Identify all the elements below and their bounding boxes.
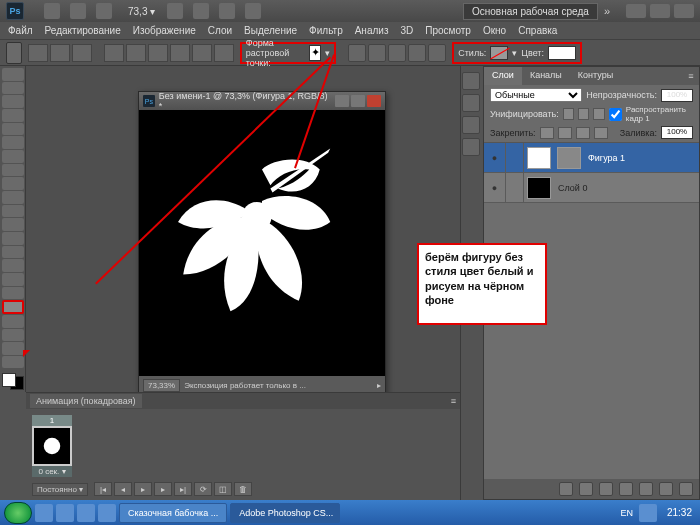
shape-custom[interactable] (214, 44, 234, 62)
titlebar-zoom[interactable]: 73,3 ▾ (128, 6, 155, 17)
unify-pos-icon[interactable] (563, 108, 574, 120)
type-tool[interactable] (2, 273, 24, 286)
heal-tool[interactable] (2, 150, 24, 163)
gradient-tool[interactable] (2, 218, 24, 231)
stamp-tool[interactable] (2, 177, 24, 190)
frame-thumbnail[interactable] (32, 426, 72, 466)
visibility-toggle[interactable] (484, 143, 506, 173)
shape-roundrect[interactable] (126, 44, 146, 62)
quicklaunch-desktop[interactable] (98, 504, 116, 522)
doc-zoom-field[interactable]: 73,33% (143, 379, 180, 392)
fill-field[interactable]: 100% (661, 126, 693, 139)
tween-button[interactable]: ⟳ (194, 482, 212, 496)
quicklaunch-chrome[interactable] (77, 504, 95, 522)
wand-tool[interactable] (2, 109, 24, 122)
start-button[interactable] (4, 502, 32, 524)
menu-layer[interactable]: Слои (208, 25, 232, 36)
shape-polygon[interactable] (170, 44, 190, 62)
arrange-icon[interactable] (245, 3, 261, 19)
frame-delay[interactable]: 0 сек. ▾ (32, 466, 72, 477)
shape-thumbnail[interactable] (309, 45, 321, 61)
menu-help[interactable]: Справка (518, 25, 557, 36)
shape-mode-paths[interactable] (50, 44, 70, 62)
menu-filter[interactable]: Фильтр (309, 25, 343, 36)
dodge-tool[interactable] (2, 246, 24, 259)
pathop-exclude[interactable] (428, 44, 446, 62)
lock-trans-icon[interactable] (540, 127, 554, 139)
document-titlebar[interactable]: Ps Без имени-1 @ 73,3% (Фигура 1, RGB/8)… (139, 92, 385, 110)
rotate-icon[interactable] (219, 3, 235, 19)
first-frame-button[interactable]: |◂ (94, 482, 112, 496)
style-dropdown-icon[interactable]: ▾ (512, 48, 517, 58)
shape-mode-layers[interactable] (28, 44, 48, 62)
pen-tool[interactable] (2, 259, 24, 272)
menu-select[interactable]: Выделение (244, 25, 297, 36)
maximize-button[interactable] (650, 4, 670, 18)
menu-view[interactable]: Просмотр (425, 25, 471, 36)
close-button[interactable] (674, 4, 694, 18)
fx-icon[interactable] (579, 482, 593, 496)
blend-mode-select[interactable]: Обычные (490, 88, 582, 102)
screen-icon[interactable] (96, 3, 112, 19)
adjust-icon[interactable] (619, 482, 633, 496)
tab-paths[interactable]: Контуры (570, 67, 621, 85)
unify-style-icon[interactable] (593, 108, 604, 120)
menu-analysis[interactable]: Анализ (355, 25, 389, 36)
layer-name[interactable]: Фигура 1 (588, 153, 625, 163)
tab-layers[interactable]: Слои (484, 67, 522, 85)
shape-line[interactable] (192, 44, 212, 62)
pathop-new[interactable] (348, 44, 366, 62)
shape-ellipse[interactable] (148, 44, 168, 62)
group-icon[interactable] (639, 482, 653, 496)
minimize-button[interactable] (626, 4, 646, 18)
menu-image[interactable]: Изображение (133, 25, 196, 36)
foreground-color[interactable] (2, 373, 16, 387)
color-swatch[interactable] (548, 46, 576, 60)
next-frame-button[interactable]: ▸ (154, 482, 172, 496)
tray-icon[interactable] (639, 504, 657, 522)
quicklaunch-opera[interactable] (56, 504, 74, 522)
eraser-tool[interactable] (2, 205, 24, 218)
link-icon[interactable] (559, 482, 573, 496)
loop-select[interactable]: Постоянно ▾ (32, 483, 88, 496)
path-select-tool[interactable] (2, 287, 24, 300)
quicklaunch-ie[interactable] (35, 504, 53, 522)
doc-minimize-button[interactable] (335, 95, 349, 107)
tab-channels[interactable]: Каналы (522, 67, 570, 85)
custom-shape-tool[interactable] (2, 300, 24, 314)
hand-icon[interactable] (167, 3, 183, 19)
trash-icon[interactable] (679, 482, 693, 496)
viewmode-icon[interactable] (70, 3, 86, 19)
opacity-field[interactable]: 100% (661, 89, 693, 102)
menu-edit[interactable]: Редактирование (45, 25, 121, 36)
delete-frame-button[interactable]: 🗑 (234, 482, 252, 496)
visibility-toggle[interactable] (484, 173, 506, 203)
zoom-tool[interactable] (2, 356, 24, 369)
style-none-swatch[interactable] (490, 46, 508, 60)
3d-tool[interactable] (2, 315, 24, 328)
document-canvas[interactable] (139, 110, 385, 376)
pathop-add[interactable] (368, 44, 386, 62)
new-frame-button[interactable]: ◫ (214, 482, 232, 496)
anim-menu-icon[interactable]: ≡ (451, 396, 456, 406)
layer-thumb[interactable] (527, 147, 551, 169)
menu-window[interactable]: Окно (483, 25, 506, 36)
doc-maximize-button[interactable] (351, 95, 365, 107)
play-button[interactable]: ▸ (134, 482, 152, 496)
workspace-switcher[interactable]: Основная рабочая среда (463, 3, 598, 20)
chevron-icon[interactable]: » (604, 5, 610, 17)
marquee-tool[interactable] (2, 82, 24, 95)
taskbar-task-2[interactable]: Adobe Photoshop CS... (230, 503, 340, 523)
history-brush-tool[interactable] (2, 191, 24, 204)
propagate-checkbox[interactable] (609, 108, 622, 121)
lasso-tool[interactable] (2, 95, 24, 108)
dock-icon-4[interactable] (462, 138, 480, 156)
doc-close-button[interactable] (367, 95, 381, 107)
zoom-icon[interactable] (193, 3, 209, 19)
lock-all-icon[interactable] (594, 127, 608, 139)
taskbar-task-1[interactable]: Сказочная бабочка ... (119, 503, 227, 523)
shape-mode-pixels[interactable] (72, 44, 92, 62)
move-tool[interactable] (2, 68, 24, 81)
blur-tool[interactable] (2, 232, 24, 245)
clock[interactable]: 21:32 (663, 507, 696, 518)
